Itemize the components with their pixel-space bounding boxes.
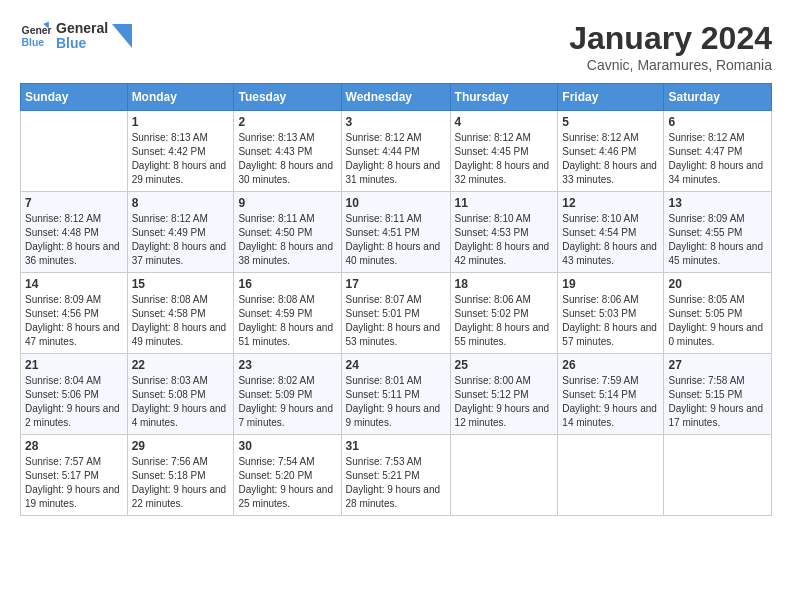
calendar-cell: 15Sunrise: 8:08 AMSunset: 4:58 PMDayligh… bbox=[127, 273, 234, 354]
calendar-cell: 9Sunrise: 8:11 AMSunset: 4:50 PMDaylight… bbox=[234, 192, 341, 273]
day-number: 14 bbox=[25, 277, 123, 291]
cell-info: Sunrise: 7:58 AMSunset: 5:15 PMDaylight:… bbox=[668, 374, 767, 430]
day-number: 1 bbox=[132, 115, 230, 129]
cell-info: Sunrise: 8:00 AMSunset: 5:12 PMDaylight:… bbox=[455, 374, 554, 430]
day-number: 31 bbox=[346, 439, 446, 453]
day-number: 16 bbox=[238, 277, 336, 291]
calendar-cell: 26Sunrise: 7:59 AMSunset: 5:14 PMDayligh… bbox=[558, 354, 664, 435]
day-number: 12 bbox=[562, 196, 659, 210]
cell-info: Sunrise: 8:08 AMSunset: 4:59 PMDaylight:… bbox=[238, 293, 336, 349]
day-number: 9 bbox=[238, 196, 336, 210]
day-number: 7 bbox=[25, 196, 123, 210]
day-number: 8 bbox=[132, 196, 230, 210]
calendar-cell: 16Sunrise: 8:08 AMSunset: 4:59 PMDayligh… bbox=[234, 273, 341, 354]
calendar-cell: 14Sunrise: 8:09 AMSunset: 4:56 PMDayligh… bbox=[21, 273, 128, 354]
calendar-cell: 10Sunrise: 8:11 AMSunset: 4:51 PMDayligh… bbox=[341, 192, 450, 273]
calendar-week-row: 28Sunrise: 7:57 AMSunset: 5:17 PMDayligh… bbox=[21, 435, 772, 516]
day-of-week-header: Wednesday bbox=[341, 84, 450, 111]
calendar-cell: 6Sunrise: 8:12 AMSunset: 4:47 PMDaylight… bbox=[664, 111, 772, 192]
calendar-cell: 11Sunrise: 8:10 AMSunset: 4:53 PMDayligh… bbox=[450, 192, 558, 273]
calendar-week-row: 1Sunrise: 8:13 AMSunset: 4:42 PMDaylight… bbox=[21, 111, 772, 192]
day-of-week-header: Saturday bbox=[664, 84, 772, 111]
calendar-cell bbox=[450, 435, 558, 516]
cell-info: Sunrise: 8:12 AMSunset: 4:49 PMDaylight:… bbox=[132, 212, 230, 268]
cell-info: Sunrise: 8:06 AMSunset: 5:02 PMDaylight:… bbox=[455, 293, 554, 349]
cell-info: Sunrise: 8:09 AMSunset: 4:55 PMDaylight:… bbox=[668, 212, 767, 268]
day-number: 19 bbox=[562, 277, 659, 291]
day-number: 25 bbox=[455, 358, 554, 372]
svg-text:Blue: Blue bbox=[22, 37, 45, 48]
cell-info: Sunrise: 8:10 AMSunset: 4:53 PMDaylight:… bbox=[455, 212, 554, 268]
cell-info: Sunrise: 8:02 AMSunset: 5:09 PMDaylight:… bbox=[238, 374, 336, 430]
page-header: General Blue General Blue January 2024 C… bbox=[20, 20, 772, 73]
cell-info: Sunrise: 8:07 AMSunset: 5:01 PMDaylight:… bbox=[346, 293, 446, 349]
cell-info: Sunrise: 7:56 AMSunset: 5:18 PMDaylight:… bbox=[132, 455, 230, 511]
calendar-cell: 24Sunrise: 8:01 AMSunset: 5:11 PMDayligh… bbox=[341, 354, 450, 435]
header-row: SundayMondayTuesdayWednesdayThursdayFrid… bbox=[21, 84, 772, 111]
day-of-week-header: Tuesday bbox=[234, 84, 341, 111]
cell-info: Sunrise: 8:13 AMSunset: 4:42 PMDaylight:… bbox=[132, 131, 230, 187]
calendar-cell: 12Sunrise: 8:10 AMSunset: 4:54 PMDayligh… bbox=[558, 192, 664, 273]
day-number: 15 bbox=[132, 277, 230, 291]
cell-info: Sunrise: 8:10 AMSunset: 4:54 PMDaylight:… bbox=[562, 212, 659, 268]
cell-info: Sunrise: 8:09 AMSunset: 4:56 PMDaylight:… bbox=[25, 293, 123, 349]
day-number: 13 bbox=[668, 196, 767, 210]
day-number: 20 bbox=[668, 277, 767, 291]
day-number: 22 bbox=[132, 358, 230, 372]
day-number: 27 bbox=[668, 358, 767, 372]
calendar-cell: 29Sunrise: 7:56 AMSunset: 5:18 PMDayligh… bbox=[127, 435, 234, 516]
logo: General Blue General Blue bbox=[20, 20, 132, 52]
calendar-cell: 20Sunrise: 8:05 AMSunset: 5:05 PMDayligh… bbox=[664, 273, 772, 354]
logo-triangle-icon bbox=[112, 24, 132, 48]
calendar-cell: 18Sunrise: 8:06 AMSunset: 5:02 PMDayligh… bbox=[450, 273, 558, 354]
svg-marker-3 bbox=[112, 24, 132, 48]
calendar-cell: 8Sunrise: 8:12 AMSunset: 4:49 PMDaylight… bbox=[127, 192, 234, 273]
day-number: 23 bbox=[238, 358, 336, 372]
calendar-cell: 5Sunrise: 8:12 AMSunset: 4:46 PMDaylight… bbox=[558, 111, 664, 192]
calendar-cell: 1Sunrise: 8:13 AMSunset: 4:42 PMDaylight… bbox=[127, 111, 234, 192]
calendar-cell: 31Sunrise: 7:53 AMSunset: 5:21 PMDayligh… bbox=[341, 435, 450, 516]
calendar-cell bbox=[21, 111, 128, 192]
cell-info: Sunrise: 8:03 AMSunset: 5:08 PMDaylight:… bbox=[132, 374, 230, 430]
day-number: 29 bbox=[132, 439, 230, 453]
day-of-week-header: Friday bbox=[558, 84, 664, 111]
cell-info: Sunrise: 8:12 AMSunset: 4:48 PMDaylight:… bbox=[25, 212, 123, 268]
day-number: 24 bbox=[346, 358, 446, 372]
cell-info: Sunrise: 8:12 AMSunset: 4:47 PMDaylight:… bbox=[668, 131, 767, 187]
cell-info: Sunrise: 8:12 AMSunset: 4:46 PMDaylight:… bbox=[562, 131, 659, 187]
title-block: January 2024 Cavnic, Maramures, Romania bbox=[569, 20, 772, 73]
cell-info: Sunrise: 8:11 AMSunset: 4:51 PMDaylight:… bbox=[346, 212, 446, 268]
cell-info: Sunrise: 7:53 AMSunset: 5:21 PMDaylight:… bbox=[346, 455, 446, 511]
cell-info: Sunrise: 8:05 AMSunset: 5:05 PMDaylight:… bbox=[668, 293, 767, 349]
day-number: 3 bbox=[346, 115, 446, 129]
day-number: 30 bbox=[238, 439, 336, 453]
day-of-week-header: Sunday bbox=[21, 84, 128, 111]
day-number: 28 bbox=[25, 439, 123, 453]
calendar-cell: 3Sunrise: 8:12 AMSunset: 4:44 PMDaylight… bbox=[341, 111, 450, 192]
cell-info: Sunrise: 7:57 AMSunset: 5:17 PMDaylight:… bbox=[25, 455, 123, 511]
calendar-week-row: 14Sunrise: 8:09 AMSunset: 4:56 PMDayligh… bbox=[21, 273, 772, 354]
cell-info: Sunrise: 8:11 AMSunset: 4:50 PMDaylight:… bbox=[238, 212, 336, 268]
day-number: 10 bbox=[346, 196, 446, 210]
calendar-cell: 23Sunrise: 8:02 AMSunset: 5:09 PMDayligh… bbox=[234, 354, 341, 435]
cell-info: Sunrise: 8:12 AMSunset: 4:44 PMDaylight:… bbox=[346, 131, 446, 187]
calendar-cell: 17Sunrise: 8:07 AMSunset: 5:01 PMDayligh… bbox=[341, 273, 450, 354]
cell-info: Sunrise: 8:13 AMSunset: 4:43 PMDaylight:… bbox=[238, 131, 336, 187]
day-number: 2 bbox=[238, 115, 336, 129]
calendar-cell: 28Sunrise: 7:57 AMSunset: 5:17 PMDayligh… bbox=[21, 435, 128, 516]
day-number: 5 bbox=[562, 115, 659, 129]
cell-info: Sunrise: 8:06 AMSunset: 5:03 PMDaylight:… bbox=[562, 293, 659, 349]
calendar-cell: 22Sunrise: 8:03 AMSunset: 5:08 PMDayligh… bbox=[127, 354, 234, 435]
day-number: 17 bbox=[346, 277, 446, 291]
location-subtitle: Cavnic, Maramures, Romania bbox=[569, 57, 772, 73]
month-year-title: January 2024 bbox=[569, 20, 772, 57]
calendar-cell: 21Sunrise: 8:04 AMSunset: 5:06 PMDayligh… bbox=[21, 354, 128, 435]
cell-info: Sunrise: 7:54 AMSunset: 5:20 PMDaylight:… bbox=[238, 455, 336, 511]
cell-info: Sunrise: 7:59 AMSunset: 5:14 PMDaylight:… bbox=[562, 374, 659, 430]
calendar-cell: 27Sunrise: 7:58 AMSunset: 5:15 PMDayligh… bbox=[664, 354, 772, 435]
day-number: 11 bbox=[455, 196, 554, 210]
cell-info: Sunrise: 8:12 AMSunset: 4:45 PMDaylight:… bbox=[455, 131, 554, 187]
calendar-cell: 25Sunrise: 8:00 AMSunset: 5:12 PMDayligh… bbox=[450, 354, 558, 435]
cell-info: Sunrise: 8:08 AMSunset: 4:58 PMDaylight:… bbox=[132, 293, 230, 349]
day-number: 4 bbox=[455, 115, 554, 129]
